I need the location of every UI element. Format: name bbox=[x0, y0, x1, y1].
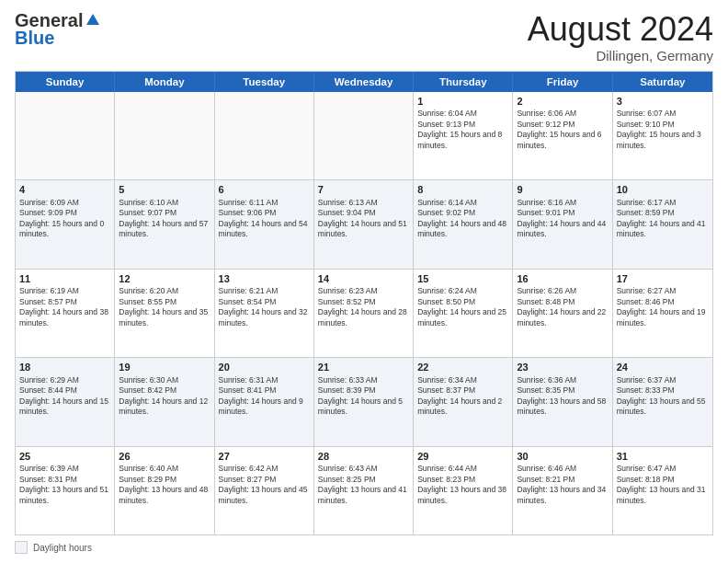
table-row: 4Sunrise: 6:09 AMSunset: 9:09 PMDaylight… bbox=[16, 180, 115, 268]
day-info: Sunset: 8:55 PM bbox=[119, 297, 210, 307]
day-info: Sunset: 9:12 PM bbox=[517, 120, 608, 130]
day-info: Sunset: 8:29 PM bbox=[119, 475, 210, 485]
day-number: 12 bbox=[119, 272, 210, 286]
table-row: 20Sunrise: 6:31 AMSunset: 8:41 PMDayligh… bbox=[215, 358, 314, 445]
day-info: Daylight: 14 hours and 25 minutes. bbox=[417, 307, 508, 328]
day-number: 21 bbox=[318, 361, 409, 374]
day-info: Sunset: 9:04 PM bbox=[318, 208, 409, 218]
footer: Daylight hours bbox=[15, 541, 713, 554]
day-info: Sunrise: 6:14 AM bbox=[417, 198, 508, 208]
table-row: 24Sunrise: 6:37 AMSunset: 8:33 PMDayligh… bbox=[613, 358, 712, 445]
day-number: 13 bbox=[219, 272, 310, 286]
day-number: 7 bbox=[318, 183, 409, 197]
logo: General Blue bbox=[15, 11, 101, 49]
table-row: 21Sunrise: 6:33 AMSunset: 8:39 PMDayligh… bbox=[314, 358, 414, 445]
day-info: Sunrise: 6:19 AM bbox=[19, 286, 110, 296]
day-info: Sunrise: 6:26 AM bbox=[517, 286, 608, 296]
day-info: Sunrise: 6:24 AM bbox=[417, 286, 508, 296]
day-info: Sunset: 8:35 PM bbox=[517, 385, 608, 396]
day-number: 14 bbox=[318, 272, 409, 286]
day-info: Sunrise: 6:21 AM bbox=[219, 286, 310, 296]
logo-icon bbox=[85, 12, 101, 29]
day-info: Sunset: 9:10 PM bbox=[617, 120, 709, 130]
day-info: Daylight: 13 hours and 45 minutes. bbox=[219, 485, 310, 506]
day-info: Sunrise: 6:34 AM bbox=[417, 375, 508, 385]
day-info: Sunrise: 6:23 AM bbox=[318, 286, 409, 296]
logo-blue-text: Blue bbox=[15, 28, 54, 49]
day-number: 6 bbox=[219, 183, 310, 197]
svg-marker-0 bbox=[86, 14, 99, 25]
day-info: Sunrise: 6:11 AM bbox=[219, 198, 310, 208]
table-row: 1Sunrise: 6:04 AMSunset: 9:13 PMDaylight… bbox=[414, 92, 513, 179]
day-info: Sunrise: 6:47 AM bbox=[617, 464, 709, 474]
table-row: 16Sunrise: 6:26 AMSunset: 8:48 PMDayligh… bbox=[513, 270, 612, 357]
day-info: Daylight: 15 hours and 3 minutes. bbox=[617, 130, 709, 151]
day-info: Sunset: 8:31 PM bbox=[19, 475, 110, 485]
table-row: 31Sunrise: 6:47 AMSunset: 8:18 PMDayligh… bbox=[613, 447, 712, 534]
calendar-header: Sunday Monday Tuesday Wednesday Thursday… bbox=[16, 72, 712, 92]
table-row bbox=[16, 92, 115, 179]
table-row: 5Sunrise: 6:10 AMSunset: 9:07 PMDaylight… bbox=[115, 180, 214, 268]
day-number: 19 bbox=[119, 361, 210, 374]
table-row: 6Sunrise: 6:11 AMSunset: 9:06 PMDaylight… bbox=[215, 180, 314, 268]
day-info: Daylight: 13 hours and 55 minutes. bbox=[617, 396, 709, 418]
calendar-body: 1Sunrise: 6:04 AMSunset: 9:13 PMDaylight… bbox=[16, 92, 712, 534]
table-row: 15Sunrise: 6:24 AMSunset: 8:50 PMDayligh… bbox=[414, 270, 513, 357]
day-number: 22 bbox=[417, 361, 508, 374]
day-info: Sunset: 8:27 PM bbox=[219, 475, 310, 485]
day-info: Sunset: 8:42 PM bbox=[119, 385, 210, 396]
day-info: Sunset: 9:13 PM bbox=[417, 120, 508, 130]
day-number: 2 bbox=[517, 95, 608, 109]
day-info: Sunset: 9:07 PM bbox=[119, 208, 210, 218]
page: General Blue August 2024 Dillingen, Germ… bbox=[0, 0, 728, 563]
calendar-row: 25Sunrise: 6:39 AMSunset: 8:31 PMDayligh… bbox=[16, 446, 712, 534]
day-number: 17 bbox=[617, 272, 709, 286]
day-info: Sunrise: 6:17 AM bbox=[617, 198, 709, 208]
day-info: Sunset: 9:09 PM bbox=[19, 208, 110, 218]
day-info: Daylight: 14 hours and 19 minutes. bbox=[617, 307, 709, 328]
day-info: Sunset: 8:46 PM bbox=[617, 297, 709, 307]
table-row: 14Sunrise: 6:23 AMSunset: 8:52 PMDayligh… bbox=[314, 270, 414, 357]
day-info: Daylight: 14 hours and 54 minutes. bbox=[219, 219, 310, 240]
table-row: 11Sunrise: 6:19 AMSunset: 8:57 PMDayligh… bbox=[16, 270, 115, 357]
header: General Blue August 2024 Dillingen, Germ… bbox=[15, 11, 713, 63]
day-info: Sunrise: 6:07 AM bbox=[617, 109, 709, 119]
daylight-legend-box bbox=[15, 541, 28, 554]
table-row: 7Sunrise: 6:13 AMSunset: 9:04 PMDaylight… bbox=[314, 180, 414, 268]
day-number: 8 bbox=[417, 183, 508, 197]
header-friday: Friday bbox=[513, 72, 612, 92]
day-info: Daylight: 13 hours and 58 minutes. bbox=[517, 396, 608, 418]
day-info: Sunset: 8:44 PM bbox=[19, 385, 110, 396]
header-saturday: Saturday bbox=[613, 72, 712, 92]
table-row: 8Sunrise: 6:14 AMSunset: 9:02 PMDaylight… bbox=[414, 180, 513, 268]
day-info: Daylight: 14 hours and 57 minutes. bbox=[119, 219, 210, 240]
day-info: Sunset: 8:52 PM bbox=[318, 297, 409, 307]
day-number: 29 bbox=[417, 450, 508, 464]
day-info: Sunset: 8:54 PM bbox=[219, 297, 310, 307]
day-info: Sunrise: 6:16 AM bbox=[517, 198, 608, 208]
calendar-row: 1Sunrise: 6:04 AMSunset: 9:13 PMDaylight… bbox=[16, 92, 712, 179]
day-info: Daylight: 13 hours and 34 minutes. bbox=[517, 485, 608, 506]
day-info: Daylight: 14 hours and 22 minutes. bbox=[517, 307, 608, 328]
day-info: Sunrise: 6:30 AM bbox=[119, 375, 210, 385]
table-row: 10Sunrise: 6:17 AMSunset: 8:59 PMDayligh… bbox=[613, 180, 712, 268]
day-info: Daylight: 14 hours and 38 minutes. bbox=[19, 307, 110, 328]
calendar-row: 4Sunrise: 6:09 AMSunset: 9:09 PMDaylight… bbox=[16, 179, 712, 268]
table-row bbox=[314, 92, 414, 179]
day-number: 23 bbox=[517, 361, 608, 374]
day-info: Sunset: 8:25 PM bbox=[318, 475, 409, 485]
header-thursday: Thursday bbox=[414, 72, 513, 92]
day-info: Daylight: 13 hours and 41 minutes. bbox=[318, 485, 409, 506]
header-wednesday: Wednesday bbox=[314, 72, 414, 92]
day-number: 26 bbox=[119, 450, 210, 464]
day-info: Daylight: 13 hours and 51 minutes. bbox=[19, 485, 110, 506]
calendar-row: 18Sunrise: 6:29 AMSunset: 8:44 PMDayligh… bbox=[16, 357, 712, 445]
day-info: Sunrise: 6:09 AM bbox=[19, 198, 110, 208]
day-info: Sunrise: 6:44 AM bbox=[417, 464, 508, 474]
table-row: 9Sunrise: 6:16 AMSunset: 9:01 PMDaylight… bbox=[513, 180, 612, 268]
day-info: Sunrise: 6:13 AM bbox=[318, 198, 409, 208]
day-info: Sunrise: 6:33 AM bbox=[318, 375, 409, 385]
day-info: Sunset: 8:41 PM bbox=[219, 385, 310, 396]
day-info: Sunrise: 6:04 AM bbox=[417, 109, 508, 119]
table-row: 19Sunrise: 6:30 AMSunset: 8:42 PMDayligh… bbox=[115, 358, 214, 445]
